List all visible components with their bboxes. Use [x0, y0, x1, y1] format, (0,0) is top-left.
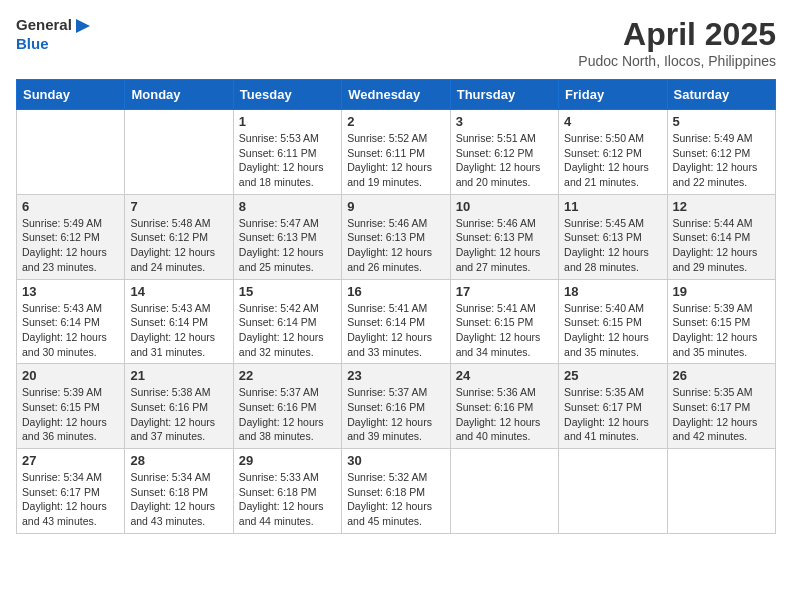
calendar-cell: 24Sunrise: 5:36 AM Sunset: 6:16 PM Dayli… [450, 364, 558, 449]
day-info: Sunrise: 5:43 AM Sunset: 6:14 PM Dayligh… [130, 301, 227, 360]
day-number: 24 [456, 368, 553, 383]
day-number: 8 [239, 199, 336, 214]
day-number: 4 [564, 114, 661, 129]
day-info: Sunrise: 5:49 AM Sunset: 6:12 PM Dayligh… [673, 131, 770, 190]
day-number: 26 [673, 368, 770, 383]
calendar-cell: 14Sunrise: 5:43 AM Sunset: 6:14 PM Dayli… [125, 279, 233, 364]
calendar-cell: 18Sunrise: 5:40 AM Sunset: 6:15 PM Dayli… [559, 279, 667, 364]
calendar-title: April 2025 [578, 16, 776, 53]
day-info: Sunrise: 5:38 AM Sunset: 6:16 PM Dayligh… [130, 385, 227, 444]
calendar-cell: 26Sunrise: 5:35 AM Sunset: 6:17 PM Dayli… [667, 364, 775, 449]
calendar-cell: 20Sunrise: 5:39 AM Sunset: 6:15 PM Dayli… [17, 364, 125, 449]
day-number: 14 [130, 284, 227, 299]
col-sunday: Sunday [17, 80, 125, 110]
week-row-3: 13Sunrise: 5:43 AM Sunset: 6:14 PM Dayli… [17, 279, 776, 364]
week-row-4: 20Sunrise: 5:39 AM Sunset: 6:15 PM Dayli… [17, 364, 776, 449]
calendar-table: Sunday Monday Tuesday Wednesday Thursday… [16, 79, 776, 534]
day-number: 13 [22, 284, 119, 299]
day-info: Sunrise: 5:52 AM Sunset: 6:11 PM Dayligh… [347, 131, 444, 190]
calendar-cell: 8Sunrise: 5:47 AM Sunset: 6:13 PM Daylig… [233, 194, 341, 279]
day-info: Sunrise: 5:41 AM Sunset: 6:15 PM Dayligh… [456, 301, 553, 360]
svg-marker-0 [76, 19, 90, 33]
calendar-cell: 1Sunrise: 5:53 AM Sunset: 6:11 PM Daylig… [233, 110, 341, 195]
calendar-cell: 12Sunrise: 5:44 AM Sunset: 6:14 PM Dayli… [667, 194, 775, 279]
day-number: 1 [239, 114, 336, 129]
day-number: 21 [130, 368, 227, 383]
day-number: 7 [130, 199, 227, 214]
day-info: Sunrise: 5:39 AM Sunset: 6:15 PM Dayligh… [673, 301, 770, 360]
col-wednesday: Wednesday [342, 80, 450, 110]
day-number: 27 [22, 453, 119, 468]
calendar-cell: 27Sunrise: 5:34 AM Sunset: 6:17 PM Dayli… [17, 449, 125, 534]
calendar-cell: 23Sunrise: 5:37 AM Sunset: 6:16 PM Dayli… [342, 364, 450, 449]
col-friday: Friday [559, 80, 667, 110]
calendar-cell: 5Sunrise: 5:49 AM Sunset: 6:12 PM Daylig… [667, 110, 775, 195]
calendar-cell: 4Sunrise: 5:50 AM Sunset: 6:12 PM Daylig… [559, 110, 667, 195]
calendar-cell [17, 110, 125, 195]
day-info: Sunrise: 5:44 AM Sunset: 6:14 PM Dayligh… [673, 216, 770, 275]
calendar-cell: 29Sunrise: 5:33 AM Sunset: 6:18 PM Dayli… [233, 449, 341, 534]
calendar-cell [667, 449, 775, 534]
day-number: 6 [22, 199, 119, 214]
day-number: 23 [347, 368, 444, 383]
day-number: 15 [239, 284, 336, 299]
week-row-2: 6Sunrise: 5:49 AM Sunset: 6:12 PM Daylig… [17, 194, 776, 279]
day-info: Sunrise: 5:41 AM Sunset: 6:14 PM Dayligh… [347, 301, 444, 360]
day-info: Sunrise: 5:32 AM Sunset: 6:18 PM Dayligh… [347, 470, 444, 529]
day-info: Sunrise: 5:34 AM Sunset: 6:17 PM Dayligh… [22, 470, 119, 529]
col-monday: Monday [125, 80, 233, 110]
day-info: Sunrise: 5:50 AM Sunset: 6:12 PM Dayligh… [564, 131, 661, 190]
week-row-5: 27Sunrise: 5:34 AM Sunset: 6:17 PM Dayli… [17, 449, 776, 534]
day-info: Sunrise: 5:33 AM Sunset: 6:18 PM Dayligh… [239, 470, 336, 529]
calendar-cell: 3Sunrise: 5:51 AM Sunset: 6:12 PM Daylig… [450, 110, 558, 195]
calendar-subtitle: Pudoc North, Ilocos, Philippines [578, 53, 776, 69]
day-info: Sunrise: 5:34 AM Sunset: 6:18 PM Dayligh… [130, 470, 227, 529]
day-info: Sunrise: 5:45 AM Sunset: 6:13 PM Dayligh… [564, 216, 661, 275]
calendar-cell: 22Sunrise: 5:37 AM Sunset: 6:16 PM Dayli… [233, 364, 341, 449]
calendar-cell: 16Sunrise: 5:41 AM Sunset: 6:14 PM Dayli… [342, 279, 450, 364]
page-header: General Blue April 2025 Pudoc North, Ilo… [16, 16, 776, 69]
col-tuesday: Tuesday [233, 80, 341, 110]
day-info: Sunrise: 5:37 AM Sunset: 6:16 PM Dayligh… [239, 385, 336, 444]
day-number: 18 [564, 284, 661, 299]
day-info: Sunrise: 5:53 AM Sunset: 6:11 PM Dayligh… [239, 131, 336, 190]
calendar-cell [125, 110, 233, 195]
day-number: 2 [347, 114, 444, 129]
title-section: April 2025 Pudoc North, Ilocos, Philippi… [578, 16, 776, 69]
day-info: Sunrise: 5:46 AM Sunset: 6:13 PM Dayligh… [347, 216, 444, 275]
calendar-cell: 9Sunrise: 5:46 AM Sunset: 6:13 PM Daylig… [342, 194, 450, 279]
day-number: 19 [673, 284, 770, 299]
day-info: Sunrise: 5:47 AM Sunset: 6:13 PM Dayligh… [239, 216, 336, 275]
day-number: 9 [347, 199, 444, 214]
day-info: Sunrise: 5:35 AM Sunset: 6:17 PM Dayligh… [673, 385, 770, 444]
calendar-cell: 7Sunrise: 5:48 AM Sunset: 6:12 PM Daylig… [125, 194, 233, 279]
day-number: 16 [347, 284, 444, 299]
calendar-cell: 17Sunrise: 5:41 AM Sunset: 6:15 PM Dayli… [450, 279, 558, 364]
calendar-cell: 2Sunrise: 5:52 AM Sunset: 6:11 PM Daylig… [342, 110, 450, 195]
calendar-cell: 15Sunrise: 5:42 AM Sunset: 6:14 PM Dayli… [233, 279, 341, 364]
day-number: 5 [673, 114, 770, 129]
day-number: 30 [347, 453, 444, 468]
day-number: 22 [239, 368, 336, 383]
calendar-cell: 11Sunrise: 5:45 AM Sunset: 6:13 PM Dayli… [559, 194, 667, 279]
calendar-header-row: Sunday Monday Tuesday Wednesday Thursday… [17, 80, 776, 110]
day-info: Sunrise: 5:48 AM Sunset: 6:12 PM Dayligh… [130, 216, 227, 275]
calendar-cell: 6Sunrise: 5:49 AM Sunset: 6:12 PM Daylig… [17, 194, 125, 279]
calendar-cell: 28Sunrise: 5:34 AM Sunset: 6:18 PM Dayli… [125, 449, 233, 534]
day-info: Sunrise: 5:43 AM Sunset: 6:14 PM Dayligh… [22, 301, 119, 360]
calendar-cell [450, 449, 558, 534]
day-number: 20 [22, 368, 119, 383]
week-row-1: 1Sunrise: 5:53 AM Sunset: 6:11 PM Daylig… [17, 110, 776, 195]
day-number: 3 [456, 114, 553, 129]
day-info: Sunrise: 5:51 AM Sunset: 6:12 PM Dayligh… [456, 131, 553, 190]
day-number: 10 [456, 199, 553, 214]
day-number: 12 [673, 199, 770, 214]
col-saturday: Saturday [667, 80, 775, 110]
day-info: Sunrise: 5:39 AM Sunset: 6:15 PM Dayligh… [22, 385, 119, 444]
day-number: 29 [239, 453, 336, 468]
day-info: Sunrise: 5:37 AM Sunset: 6:16 PM Dayligh… [347, 385, 444, 444]
day-info: Sunrise: 5:35 AM Sunset: 6:17 PM Dayligh… [564, 385, 661, 444]
col-thursday: Thursday [450, 80, 558, 110]
day-number: 17 [456, 284, 553, 299]
logo: General Blue [16, 16, 92, 52]
